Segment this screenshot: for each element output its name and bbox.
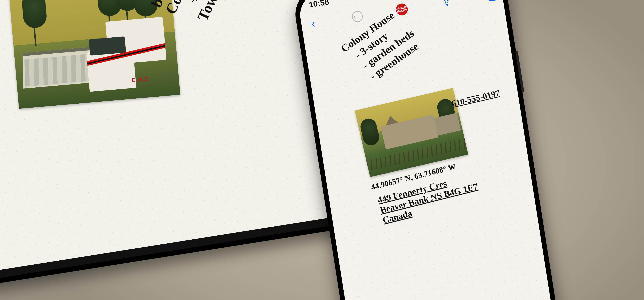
iphone-time: 10:58 <box>308 0 330 9</box>
share-button[interactable]: ⇪ <box>440 0 453 9</box>
back-button[interactable]: ‹ <box>307 17 320 30</box>
gadget-hacks-badge: GADGET HACKS <box>395 3 409 16</box>
undo-button[interactable] <box>351 10 364 23</box>
photo-ambulance <box>83 10 169 92</box>
share-icon: ⇪ <box>441 0 452 9</box>
windows-button[interactable] <box>484 0 496 1</box>
undo-icon <box>351 10 364 23</box>
photo-scene: Fri Jan 24 From ⌄ was a school <box>0 0 644 300</box>
detected-phone-link[interactable]: 610-555-0197 <box>451 88 500 109</box>
chevron-left-icon: ‹ <box>310 17 316 29</box>
embedded-photo-ambulance[interactable]: E.M.S T.R. <box>9 0 180 109</box>
windows-icon <box>485 0 496 1</box>
photo-school-building <box>22 47 91 89</box>
